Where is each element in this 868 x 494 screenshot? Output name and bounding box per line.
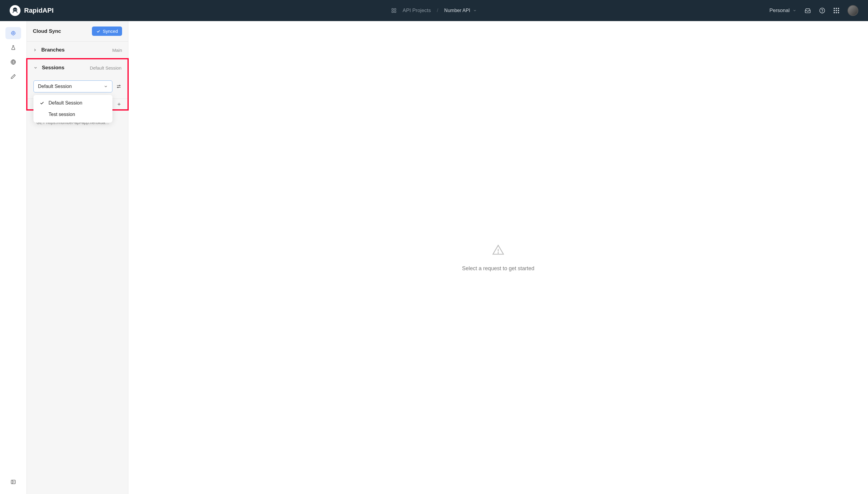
check-icon bbox=[39, 101, 44, 106]
panel-icon bbox=[11, 479, 16, 484]
svg-rect-9 bbox=[11, 480, 15, 484]
sessions-title: Sessions bbox=[42, 65, 64, 71]
target-icon bbox=[11, 31, 16, 36]
session-select-value: Default Session bbox=[38, 84, 72, 89]
rail-item-collapse[interactable] bbox=[5, 476, 21, 488]
logo-text: RapidAPI bbox=[24, 7, 54, 15]
help-icon[interactable] bbox=[819, 7, 825, 14]
breadcrumb-current[interactable]: Number API bbox=[444, 8, 477, 13]
svg-point-7 bbox=[13, 33, 14, 34]
main-content: Select a request to get started bbox=[128, 21, 868, 494]
synced-button-label: Synced bbox=[103, 28, 118, 34]
header-right: Personal bbox=[770, 5, 858, 16]
pencil-icon bbox=[11, 74, 16, 79]
rail-item-target[interactable] bbox=[5, 27, 21, 39]
session-dropdown: Default Session Test session bbox=[34, 95, 112, 122]
warning-icon bbox=[492, 244, 504, 256]
workspace-label: Personal bbox=[770, 7, 790, 14]
svg-rect-2 bbox=[392, 11, 393, 13]
breadcrumb-current-label: Number API bbox=[444, 8, 470, 13]
svg-point-12 bbox=[498, 252, 498, 253]
breadcrumb-parent[interactable]: API Projects bbox=[403, 7, 431, 14]
globe-icon bbox=[11, 59, 16, 65]
chevron-down-icon bbox=[473, 9, 477, 12]
grid-icon bbox=[391, 8, 396, 13]
workspace-selector[interactable]: Personal bbox=[770, 7, 796, 14]
branches-title: Branches bbox=[41, 47, 64, 53]
rail-item-globe[interactable] bbox=[5, 56, 21, 68]
session-option-test[interactable]: Test session bbox=[34, 109, 112, 120]
empty-message: Select a request to get started bbox=[462, 265, 534, 272]
breadcrumb-separator: / bbox=[437, 8, 438, 13]
svg-point-11 bbox=[117, 87, 118, 88]
chevron-right-icon bbox=[33, 48, 37, 52]
logo-icon bbox=[10, 5, 20, 16]
sessions-section[interactable]: Sessions Default Session bbox=[27, 59, 128, 76]
inbox-icon[interactable] bbox=[805, 7, 811, 14]
logo-section: RapidAPI bbox=[10, 5, 54, 16]
svg-point-6 bbox=[12, 31, 15, 35]
sessions-body: Default Session Default Session bbox=[27, 76, 128, 99]
session-option-label: Test session bbox=[49, 112, 75, 117]
nav-rail bbox=[0, 21, 26, 494]
header: RapidAPI API Projects / Number API Perso… bbox=[0, 0, 868, 21]
session-select[interactable]: Default Session bbox=[34, 80, 112, 93]
chevron-down-icon bbox=[34, 66, 38, 70]
branches-value: Main bbox=[112, 48, 122, 53]
flask-icon bbox=[11, 45, 16, 50]
sidebar: Cloud Sync Synced Branches Main bbox=[26, 21, 128, 494]
rail-item-flask[interactable] bbox=[5, 42, 21, 54]
plus-icon[interactable] bbox=[117, 102, 122, 107]
svg-point-5 bbox=[822, 12, 823, 12]
apps-grid-icon[interactable] bbox=[834, 8, 839, 13]
cloud-sync-title: Cloud Sync bbox=[33, 28, 61, 34]
sliders-icon[interactable] bbox=[116, 84, 122, 89]
session-option-label: Default Session bbox=[49, 100, 82, 106]
chevron-down-icon bbox=[793, 9, 796, 12]
svg-point-10 bbox=[119, 85, 120, 86]
cloud-sync-section: Cloud Sync Synced bbox=[27, 21, 128, 42]
avatar[interactable] bbox=[848, 5, 858, 16]
chevron-down-icon bbox=[104, 84, 108, 89]
check-icon bbox=[96, 29, 100, 34]
svg-rect-0 bbox=[392, 8, 393, 10]
rail-item-edit[interactable] bbox=[5, 71, 21, 82]
sessions-highlight: Sessions Default Session Default Session bbox=[26, 58, 129, 111]
svg-rect-3 bbox=[394, 11, 396, 13]
synced-button[interactable]: Synced bbox=[92, 26, 122, 36]
branches-section[interactable]: Branches Main bbox=[27, 42, 128, 59]
sessions-value: Default Session bbox=[90, 65, 122, 71]
session-option-default[interactable]: Default Session bbox=[34, 97, 112, 109]
svg-rect-1 bbox=[394, 8, 396, 10]
breadcrumb: API Projects / Number API bbox=[391, 7, 477, 14]
